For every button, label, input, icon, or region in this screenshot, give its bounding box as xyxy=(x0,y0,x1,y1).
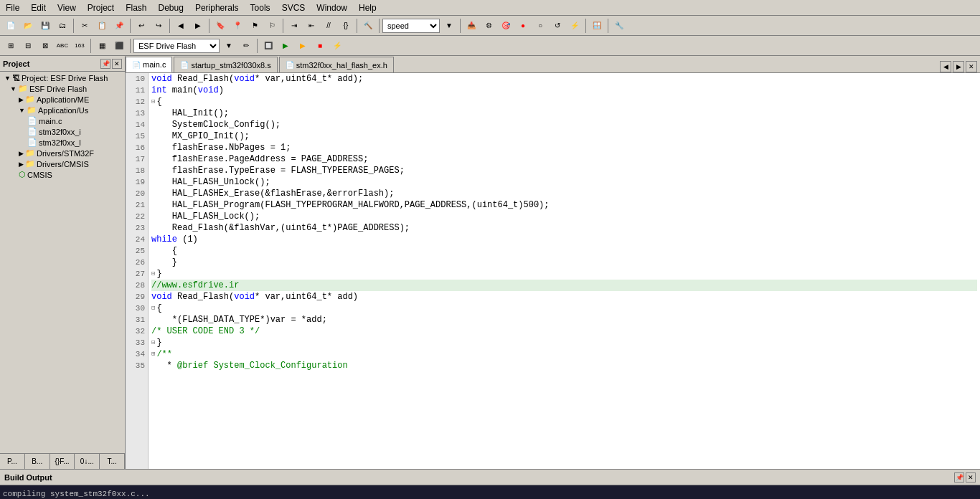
proj-tab-0[interactable]: 0↓... xyxy=(75,454,100,469)
tree-mainc[interactable]: 📄 main.c xyxy=(1,115,123,126)
tree-appus[interactable]: ▼ 📁 Application/Us xyxy=(1,105,123,115)
bookmark3-btn[interactable]: ⚑ xyxy=(247,18,263,34)
window-btn[interactable]: 🪟 xyxy=(589,18,605,34)
r2-btn5[interactable]: 163 xyxy=(72,38,88,54)
reset-btn[interactable]: ↺ xyxy=(550,18,565,34)
flash-btn[interactable]: ⚡ xyxy=(567,18,583,34)
code-line-13: HAL_Init(); xyxy=(151,108,977,119)
r2-btn7[interactable]: ⬛ xyxy=(111,38,127,54)
tree-cmsis[interactable]: ⬡ CMSIS xyxy=(1,169,123,180)
open-btn[interactable]: 📂 xyxy=(20,18,36,34)
nav-fwd-btn[interactable]: ▶ xyxy=(190,18,206,34)
nav-back-btn[interactable]: ◀ xyxy=(173,18,189,34)
save-all-btn[interactable]: 🗂 xyxy=(55,18,70,34)
esf-combo[interactable]: ESF Drive Flash xyxy=(133,39,220,53)
menu-window[interactable]: Window xyxy=(311,1,353,14)
menu-file[interactable]: File xyxy=(0,1,25,14)
paste-btn[interactable]: 📌 xyxy=(111,18,127,34)
cut-btn[interactable]: ✂ xyxy=(77,18,93,34)
tab-close-all[interactable]: ✕ xyxy=(966,61,977,72)
bookmark4-btn[interactable]: ⚐ xyxy=(264,18,280,34)
tree-stm32i[interactable]: 📄 stm32f0xx_i xyxy=(1,126,123,137)
combo-dropdown[interactable]: ▼ xyxy=(441,18,457,34)
build-header-btns: 📌 ✕ xyxy=(954,472,976,483)
tab-hal-flash[interactable]: 📄 stm32f0xx_hal_flash_ex.h xyxy=(279,57,394,72)
proj-tab-p[interactable]: P... xyxy=(0,454,25,469)
r2-flash2-btn[interactable]: ⚡ xyxy=(329,38,345,54)
fold-34[interactable]: ⊞ xyxy=(151,348,155,360)
tree-drivers-cmsis[interactable]: ▶ 📁 Drivers/CMSIS xyxy=(1,158,123,169)
fold-12[interactable]: ⊟ xyxy=(151,96,155,108)
tab-startup[interactable]: 📄 startup_stm32f030x8.s xyxy=(174,57,277,72)
esf-edit-btn[interactable]: ✏ xyxy=(238,38,254,54)
ln-15: 15 xyxy=(128,130,145,142)
r2-btn1[interactable]: ⊞ xyxy=(3,38,19,54)
comment-btn[interactable]: // xyxy=(321,18,336,34)
undo-btn[interactable]: ↩ xyxy=(133,18,149,34)
load-btn[interactable]: 📥 xyxy=(463,18,479,34)
menu-debug[interactable]: Debug xyxy=(153,1,189,14)
new-btn[interactable]: 📄 xyxy=(3,18,19,34)
r2-dbg-btn[interactable]: ▶ xyxy=(278,38,293,54)
r2-btn3[interactable]: ⊠ xyxy=(37,38,53,54)
esf-dropdown[interactable]: ▼ xyxy=(221,38,237,54)
r2-btn4[interactable]: ABC xyxy=(55,38,70,54)
tree-drivers-stm[interactable]: ▶ 📁 Drivers/STM32F xyxy=(1,148,123,158)
save-btn[interactable]: 💾 xyxy=(37,18,53,34)
code-line-32: /* USER CODE END 3 */ xyxy=(151,325,977,337)
project-header: Project 📌 ✕ xyxy=(0,56,125,72)
build-pin-btn[interactable]: 📌 xyxy=(954,472,964,483)
menu-tools[interactable]: Tools xyxy=(245,1,276,14)
tree-stm32l[interactable]: 📄 stm32f0xx_l xyxy=(1,137,123,148)
ln-24: 24 xyxy=(128,234,145,245)
r2-stop-btn[interactable]: ■ xyxy=(312,38,328,54)
project-pin-btn[interactable]: 📌 xyxy=(100,59,110,69)
indent-btn[interactable]: ⇥ xyxy=(286,18,302,34)
settings-btn[interactable]: ⚙ xyxy=(481,18,496,34)
proj-tab-b[interactable]: B... xyxy=(25,454,50,469)
r2-step-btn[interactable]: ▶ xyxy=(295,38,311,54)
stop-circle-btn[interactable]: ○ xyxy=(532,18,548,34)
menu-project[interactable]: Project xyxy=(82,1,120,14)
proj-tab-f[interactable]: {}F... xyxy=(50,454,75,469)
bookmark-btn[interactable]: 🔖 xyxy=(212,18,228,34)
menu-view[interactable]: View xyxy=(52,1,82,14)
build-btn[interactable]: 🔨 xyxy=(360,18,376,34)
menu-edit[interactable]: Edit xyxy=(25,1,52,14)
toolbar-row1: 📄 📂 💾 🗂 ✂ 📋 📌 ↩ ↪ ◀ ▶ 🔖 📍 ⚑ ⚐ ⇥ ⇤ // {} … xyxy=(0,16,980,36)
tree-esf[interactable]: ▼ 📁 ESF Drive Flash xyxy=(1,83,123,94)
bookmark2-btn[interactable]: 📍 xyxy=(230,18,245,34)
redo-btn[interactable]: ↪ xyxy=(151,18,166,34)
unindent-btn[interactable]: ⇤ xyxy=(303,18,319,34)
r2-target-btn[interactable]: 🔲 xyxy=(260,38,276,54)
tree-root[interactable]: ▼ 🏗 Project: ESF Drive Flash xyxy=(1,73,123,83)
tab-scroll-left[interactable]: ◀ xyxy=(940,61,951,72)
menu-peripherals[interactable]: Peripherals xyxy=(189,1,245,14)
project-close-btn[interactable]: ✕ xyxy=(112,59,122,69)
target-btn[interactable]: 🎯 xyxy=(498,18,514,34)
build-close-btn[interactable]: ✕ xyxy=(966,472,976,483)
fold-30[interactable]: ⊟ xyxy=(151,303,155,314)
r2-btn2[interactable]: ⊟ xyxy=(20,38,36,54)
copy-btn[interactable]: 📋 xyxy=(94,18,110,34)
run-btn[interactable]: ● xyxy=(515,18,531,34)
build-content[interactable]: compiling system_stm32f0xx.c... compilin… xyxy=(0,485,980,499)
tab-scroll-right[interactable]: ▶ xyxy=(953,61,964,72)
uncomment-btn[interactable]: {} xyxy=(338,18,354,34)
menu-help[interactable]: Help xyxy=(353,1,382,14)
appme-folder-icon: 📁 xyxy=(25,95,35,104)
tools2-btn[interactable]: 🔧 xyxy=(611,18,627,34)
tree-appme[interactable]: ▶ 📁 Application/ME xyxy=(1,94,123,105)
code-content[interactable]: void Read_Flash(void* var,uint64_t* add)… xyxy=(149,73,980,469)
menu-svcs[interactable]: SVCS xyxy=(276,1,311,14)
code-line-31: *(FLASH_DATA_TYPE*)var = *add; xyxy=(151,314,977,325)
tab-main-c[interactable]: 📄 main.c xyxy=(126,57,172,72)
fold-27[interactable]: ⊟ xyxy=(151,268,155,280)
code-editor[interactable]: 10 11 12 13 14 15 16 17 18 19 20 21 22 2… xyxy=(126,73,980,469)
proj-tab-t[interactable]: T... xyxy=(100,454,125,469)
r2-btn6[interactable]: ▦ xyxy=(94,38,110,54)
menu-flash[interactable]: Flash xyxy=(120,1,152,14)
project-icon: 🏗 xyxy=(12,74,20,82)
fold-33[interactable]: ⊟ xyxy=(151,337,155,348)
speed-combo[interactable]: speed xyxy=(382,19,440,33)
